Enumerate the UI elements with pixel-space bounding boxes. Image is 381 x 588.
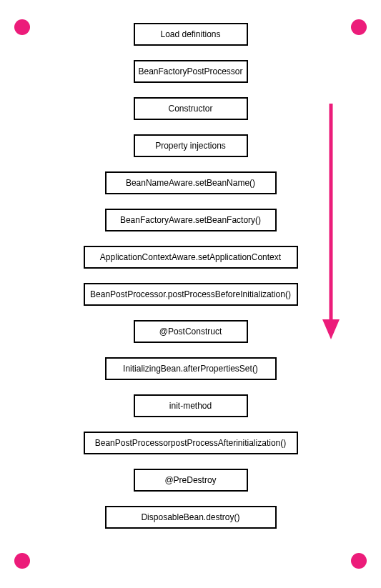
step-bean-factory-post-processor: BeanFactoryPostProcessor [134, 60, 248, 83]
step-post-process-after-init: BeanPostProcessorpostProcessAfterinitial… [84, 432, 298, 454]
step-post-construct: @PostConstruct [134, 320, 248, 343]
step-property-injections: Property injections [134, 134, 248, 157]
step-label: BeanPostProcessor.postProcessBeforeIniti… [90, 289, 291, 299]
step-load-definitions: Load definitions [134, 23, 248, 46]
step-label: BeanFactoryAware.setBeanFactory() [120, 215, 261, 225]
step-init-method: init-method [134, 394, 248, 417]
step-label: Load definitions [160, 29, 220, 39]
step-label: BeanNameAware.setBeanName() [126, 178, 255, 188]
step-bean-name-aware: BeanNameAware.setBeanName() [105, 171, 277, 194]
step-label: InitializingBean.afterPropertiesSet() [123, 364, 258, 374]
flow-arrow [324, 104, 338, 339]
step-pre-destroy: @PreDestroy [134, 469, 248, 492]
step-label: Property injections [155, 141, 226, 151]
step-label: Constructor [168, 104, 212, 114]
step-label: @PostConstruct [159, 327, 222, 337]
step-label: BeanFactoryPostProcessor [138, 66, 242, 76]
step-application-context-aware: ApplicationContextAware.setApplicationCo… [84, 246, 298, 269]
step-constructor: Constructor [134, 97, 248, 120]
step-label: @PreDestroy [164, 475, 216, 485]
step-label: DisposableBean.destroy() [141, 512, 239, 522]
step-bean-factory-aware: BeanFactoryAware.setBeanFactory() [105, 209, 277, 231]
step-after-properties-set: InitializingBean.afterPropertiesSet() [105, 357, 277, 380]
corner-dot-bottom-right [351, 553, 367, 569]
corner-dot-bottom-left [14, 553, 30, 569]
step-disposable-bean-destroy: DisposableBean.destroy() [105, 506, 277, 529]
step-post-process-before-init: BeanPostProcessor.postProcessBeforeIniti… [84, 283, 298, 306]
arrow-head-icon [322, 319, 340, 339]
arrow-shaft [330, 104, 333, 322]
step-label: init-method [169, 401, 212, 411]
step-label: BeanPostProcessorpostProcessAfterinitial… [95, 438, 286, 448]
step-label: ApplicationContextAware.setApplicationCo… [100, 252, 281, 262]
